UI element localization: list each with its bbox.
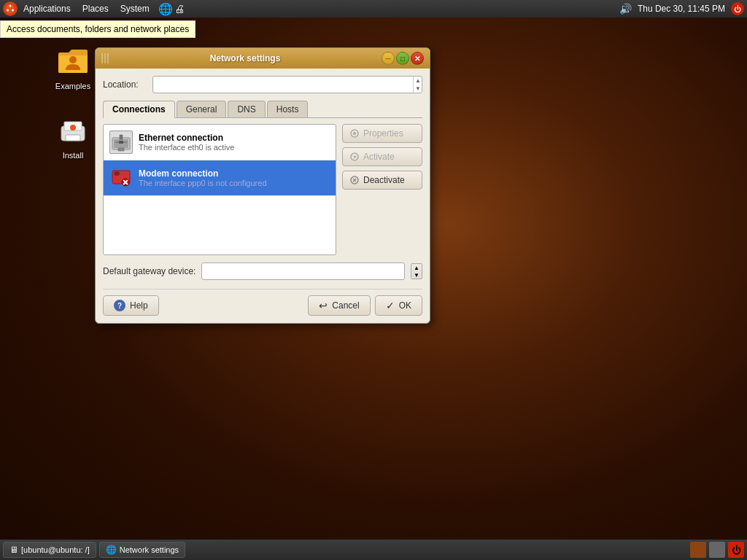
help-button[interactable]: ? Help	[103, 295, 159, 316]
minimize-button[interactable]: ─	[382, 52, 395, 65]
applications-menu[interactable]: Applications	[18, 0, 77, 18]
taskbar-network-settings[interactable]: 🌐 Network settings	[99, 542, 185, 558]
tab-connections[interactable]: Connections	[103, 101, 175, 118]
top-panel: Applications Places System 🌐 🖨 🔊 Thu Dec…	[0, 0, 747, 18]
modem-conn-name: Modem connection	[139, 168, 330, 179]
svg-rect-15	[120, 135, 123, 139]
gateway-spinner-up[interactable]: ▲	[411, 264, 422, 271]
svg-rect-14	[118, 148, 124, 151]
taskbar-right: ⏻	[690, 542, 744, 558]
svg-point-8	[70, 125, 76, 131]
content-area: Ethernet connection The interface eth0 i…	[103, 124, 422, 255]
svg-rect-13	[119, 141, 123, 144]
dialog-grip	[101, 53, 109, 63]
svg-point-23	[353, 132, 356, 135]
dialog-body: Location: ▲ ▼ Connections General DNS	[96, 69, 430, 323]
bottom-buttons: ? Help ↩ Cancel ✓ OK	[103, 289, 422, 316]
tab-dns[interactable]: DNS	[228, 101, 265, 117]
activate-icon	[349, 151, 360, 163]
svg-rect-7	[66, 135, 80, 141]
ok-icon: ✓	[386, 300, 395, 311]
examples-icon	[55, 44, 90, 79]
places-menu[interactable]: Places	[77, 0, 115, 18]
ubuntu-logo	[3, 1, 18, 16]
modem-conn-info: Modem connection The interface ppp0 is n…	[139, 168, 330, 187]
svg-point-1	[9, 5, 12, 7]
cancel-icon: ↩	[319, 300, 328, 311]
taskbar-terminal[interactable]: 🖥 [ubuntu@ubuntu: /]	[3, 542, 96, 558]
examples-label: Examples	[55, 82, 90, 90]
desktop-icon-examples[interactable]: Examples	[44, 44, 102, 90]
properties-icon	[349, 128, 360, 139]
gateway-select-wrapper	[201, 262, 405, 280]
network-settings-dialog: Network settings ─ □ ✕ Location: ▲ ▼	[95, 47, 430, 324]
svg-point-17	[114, 171, 120, 176]
spinner-down[interactable]: ▼	[415, 85, 421, 93]
taskbar-indicator-2[interactable]	[709, 542, 725, 558]
tab-hosts[interactable]: Hosts	[267, 101, 309, 117]
ethernet-connection-item[interactable]: Ethernet connection The interface eth0 i…	[104, 125, 336, 160]
action-buttons: Properties Activate	[342, 124, 422, 255]
deactivate-icon	[349, 174, 360, 186]
location-spinner: ▲ ▼	[413, 77, 421, 93]
ok-cancel-group: ↩ Cancel ✓ OK	[308, 295, 422, 316]
globe-icon[interactable]: 🌐	[158, 2, 173, 16]
svg-point-4	[69, 56, 77, 63]
tab-general[interactable]: General	[177, 101, 227, 117]
modem-connection-item[interactable]: Modem connection The interface ppp0 is n…	[104, 160, 336, 196]
power-icon[interactable]: ⏻	[731, 2, 744, 15]
top-panel-right: 🔊 Thu Dec 30, 11:45 PM ⏻	[619, 2, 744, 15]
location-row: Location: ▲ ▼	[103, 76, 422, 93]
taskbar-indicator-3[interactable]: ⏻	[728, 542, 744, 558]
activate-button[interactable]: Activate	[342, 147, 422, 166]
taskbar: 🖥 [ubuntu@ubuntu: /] 🌐 Network settings …	[0, 540, 747, 560]
terminal-icon: 🖥	[9, 545, 18, 555]
svg-point-2	[7, 9, 9, 12]
dialog-controls: ─ □ ✕	[382, 52, 424, 65]
ethernet-conn-name: Ethernet connection	[139, 133, 330, 143]
properties-button[interactable]: Properties	[342, 124, 422, 143]
tabs: Connections General DNS Hosts	[103, 101, 422, 118]
dialog-title: Network settings	[109, 53, 382, 63]
ethernet-conn-desc: The interface eth0 is active	[139, 143, 330, 152]
help-icon: ?	[114, 300, 125, 311]
location-label: Location:	[103, 79, 147, 90]
volume-icon[interactable]: 🔊	[619, 3, 632, 15]
gateway-row: Default gateway device: ▲ ▼	[103, 262, 422, 280]
install-icon	[55, 113, 90, 148]
top-panel-left: Applications Places System 🌐 🖨	[3, 0, 185, 18]
location-select[interactable]	[152, 76, 422, 93]
install-label: Install	[63, 151, 84, 160]
connections-list: Ethernet connection The interface eth0 i…	[103, 124, 336, 255]
svg-marker-25	[354, 155, 357, 158]
deactivate-button[interactable]: Deactivate	[342, 171, 422, 190]
close-button[interactable]: ✕	[411, 52, 424, 65]
tooltip-bar: Access documents, folders and network pl…	[0, 20, 196, 38]
dialog-titlebar[interactable]: Network settings ─ □ ✕	[96, 48, 430, 69]
modem-icon	[109, 166, 133, 190]
network-applet-icon[interactable]: 🖨	[174, 3, 185, 15]
taskbar-network-icon: 🌐	[106, 545, 117, 555]
gateway-select[interactable]	[201, 262, 405, 280]
ethernet-conn-info: Ethernet connection The interface eth0 i…	[139, 133, 330, 152]
gateway-label: Default gateway device:	[103, 266, 196, 276]
svg-point-3	[12, 9, 14, 12]
modem-conn-desc: The interface ppp0 is not configured	[139, 179, 330, 187]
datetime-display: Thu Dec 30, 11:45 PM	[638, 4, 725, 14]
ok-button[interactable]: ✓ OK	[375, 295, 422, 316]
gateway-spinner-down[interactable]: ▼	[411, 271, 422, 279]
maximize-button[interactable]: □	[396, 52, 409, 65]
spinner-up[interactable]: ▲	[415, 77, 421, 85]
taskbar-indicator-1[interactable]	[690, 542, 706, 558]
ethernet-icon	[109, 131, 133, 154]
system-menu[interactable]: System	[115, 0, 155, 18]
location-select-wrapper: ▲ ▼	[152, 76, 422, 93]
cancel-button[interactable]: ↩ Cancel	[308, 295, 370, 316]
desktop-icon-install[interactable]: Install	[44, 113, 102, 160]
